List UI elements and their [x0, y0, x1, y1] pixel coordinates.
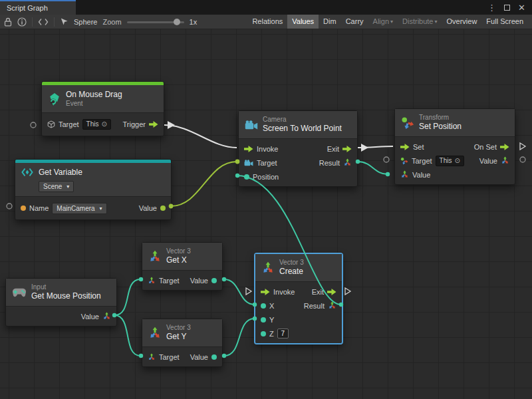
- wire-result-to-set-value: [358, 162, 388, 174]
- stub-on-set-output: [520, 143, 525, 150]
- float-port-icon: [261, 317, 266, 323]
- variable-scope-dropdown[interactable]: Scene ▾: [39, 181, 74, 192]
- z-value-field[interactable]: 7: [277, 329, 289, 338]
- port-on-set-output[interactable]: On Set: [474, 143, 509, 151]
- node-screen-to-world-point[interactable]: Camera Screen To World Point Invoke Exit…: [238, 110, 358, 187]
- variable-name-dropdown[interactable]: MainCamera ▾: [52, 203, 106, 214]
- port-set-input[interactable]: Set: [400, 143, 424, 151]
- port-target-input[interactable]: Target: [148, 353, 180, 361]
- port-label: Position: [253, 173, 279, 181]
- node-category: Vector 3: [166, 248, 191, 255]
- zoom-slider[interactable]: [127, 17, 184, 27]
- port-invoke-input[interactable]: Invoke: [244, 145, 278, 153]
- port-value-output[interactable]: Value: [190, 353, 217, 361]
- port-value-output[interactable]: Value: [139, 204, 166, 212]
- node-get-y[interactable]: Vector 3 Get Y Target Value: [142, 319, 223, 367]
- node-get-x[interactable]: Vector 3 Get X Target Value: [142, 242, 223, 291]
- port-result-output[interactable]: Result: [304, 301, 336, 310]
- wire-arrowhead: [168, 121, 175, 129]
- port-value-input[interactable]: Value: [400, 170, 430, 179]
- port-label: Set: [413, 143, 424, 151]
- port-row: Target This ⊙ Value: [395, 154, 515, 168]
- port-transform-target-input[interactable]: Target This ⊙: [400, 156, 464, 166]
- dim-button[interactable]: Dim: [319, 15, 341, 29]
- node-header: Vector 3 Get Y: [142, 319, 222, 347]
- carry-button[interactable]: Carry: [341, 15, 368, 29]
- port-row: Set On Set: [395, 140, 515, 154]
- node-get-variable[interactable]: Get Variable Scene ▾ Name MainCamera ▾ V…: [15, 159, 172, 220]
- port-result-output[interactable]: Result: [319, 158, 352, 167]
- distribute-dropdown[interactable]: Distribute▾: [398, 15, 442, 29]
- port-value-output[interactable]: Value: [190, 277, 217, 285]
- object-picker-icon[interactable]: ⊙: [454, 156, 460, 166]
- maximize-icon[interactable]: [504, 5, 510, 11]
- wire-exit-to-set: [358, 146, 393, 148]
- port-label: Target: [257, 159, 277, 167]
- port-label: Invoke: [273, 288, 295, 296]
- align-dropdown[interactable]: Align▾: [368, 15, 398, 29]
- node-get-mouse-position[interactable]: Input Get Mouse Position Value: [5, 278, 117, 327]
- variable-icon: [21, 166, 34, 179]
- node-subtitle: Event: [66, 100, 122, 107]
- wire-variable-to-camera-target: [171, 162, 237, 206]
- port-camera-target-input[interactable]: Target: [244, 159, 277, 167]
- node-on-mouse-drag[interactable]: On Mouse Drag Event Target This ⊙ Trigge…: [41, 81, 164, 136]
- node-vector3-create[interactable]: Vector 3 Create Invoke Exit X: [255, 253, 342, 344]
- float-port-icon: [211, 354, 217, 360]
- target-object-label[interactable]: Sphere: [74, 18, 97, 26]
- wire-mouse-to-gety: [114, 315, 140, 356]
- close-icon[interactable]: ✕: [518, 3, 525, 12]
- flow-arrow-icon: [149, 121, 158, 128]
- transform-icon: [401, 116, 414, 130]
- values-button[interactable]: Values: [287, 15, 319, 29]
- port-exit-output[interactable]: Exit: [327, 145, 352, 153]
- port-name-input[interactable]: Name MainCamera ▾: [21, 203, 107, 214]
- port-row: Target Result: [239, 156, 357, 170]
- port-position-input[interactable]: Position: [244, 173, 279, 181]
- relations-button[interactable]: Relations: [247, 15, 287, 29]
- toolbar-separator: [54, 17, 55, 27]
- node-category: Vector 3: [279, 259, 304, 266]
- vector3-icon: [328, 301, 336, 310]
- port-label: Value: [190, 353, 208, 361]
- stub-target-input: [31, 122, 36, 128]
- node-title: Get Mouse Position: [31, 292, 101, 301]
- overview-button[interactable]: Overview: [442, 15, 482, 29]
- port-exit-output[interactable]: Exit: [312, 288, 336, 296]
- node-title: On Mouse Drag: [66, 90, 122, 99]
- port-invoke-input[interactable]: Invoke: [261, 288, 295, 296]
- port-value-output[interactable]: Value: [81, 312, 111, 321]
- port-row: Target Value: [142, 273, 222, 287]
- window-menu-icon[interactable]: ⋮: [487, 3, 496, 12]
- lock-icon[interactable]: [4, 17, 12, 27]
- port-label: Result: [319, 159, 340, 167]
- full-screen-button[interactable]: Full Screen: [481, 15, 528, 29]
- zoom-slider-handle[interactable]: [174, 19, 180, 25]
- chevron-down-icon: ▾: [66, 182, 69, 192]
- graph-canvas[interactable]: On Mouse Drag Event Target This ⊙ Trigge…: [0, 29, 532, 399]
- camera-icon: [245, 120, 258, 130]
- vector3-icon: [343, 158, 352, 167]
- port-x-input[interactable]: X: [261, 302, 274, 310]
- target-value-chip[interactable]: This ⊙: [436, 156, 464, 166]
- node-set-position[interactable]: Transform Set Position Set On Set Target: [394, 108, 515, 185]
- port-value-output[interactable]: Value: [479, 156, 509, 165]
- zoom-value: 1x: [190, 18, 198, 26]
- port-z-input[interactable]: Z 7: [261, 329, 289, 338]
- window-controls: ⋮ ✕: [487, 0, 532, 15]
- port-target-input[interactable]: Target This ⊙: [47, 119, 111, 130]
- code-view-icon[interactable]: [38, 18, 49, 26]
- float-port-icon: [211, 278, 217, 283]
- port-y-input[interactable]: Y: [261, 316, 274, 324]
- info-icon[interactable]: [17, 17, 27, 27]
- flow-arrow-icon: [261, 289, 270, 295]
- port-trigger-output[interactable]: Trigger: [123, 120, 158, 128]
- node-category: Vector 3: [166, 325, 191, 331]
- target-value-chip[interactable]: This ⊙: [82, 119, 111, 130]
- object-picker-icon[interactable]: ⊙: [101, 120, 106, 129]
- tab-script-graph[interactable]: Script Graph: [0, 0, 76, 15]
- port-target-input[interactable]: Target: [148, 277, 180, 285]
- zoom-label: Zoom: [102, 18, 121, 26]
- node-title: Create: [279, 267, 304, 276]
- node-title: Get Y: [166, 332, 191, 341]
